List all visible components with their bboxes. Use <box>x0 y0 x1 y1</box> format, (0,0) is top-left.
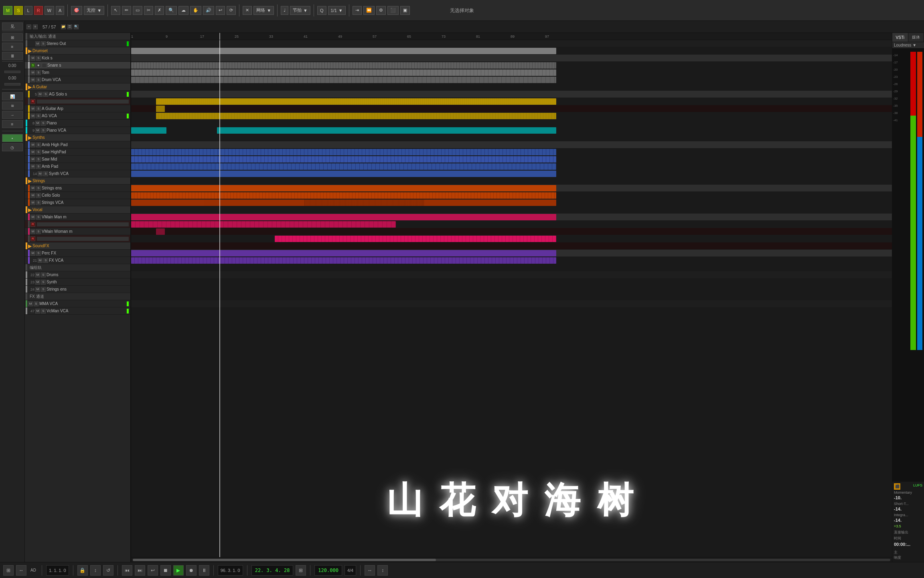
track-m-synth-group[interactable]: M <box>35 280 40 285</box>
settings-btn[interactable]: ⚙ <box>376 6 386 15</box>
track-row-strings-ens-group[interactable]: 24 M S Strings ens <box>25 286 130 293</box>
tool-cut[interactable]: ✂ <box>144 6 153 15</box>
transport-record[interactable]: ⏺ <box>186 565 197 576</box>
misc-btn2[interactable]: ▣ <box>400 6 410 15</box>
track-row-piano-vca[interactable]: 9 M S Piano VCA <box>25 127 130 134</box>
track-s-kick[interactable]: S <box>36 56 41 61</box>
track-s-vcman-vca[interactable]: S <box>41 309 46 313</box>
transport-punch-in[interactable]: 🔒 <box>77 565 88 576</box>
track-m-saw-high[interactable]: M <box>30 150 35 155</box>
left-btn-midi[interactable]: 📊 <box>2 92 23 100</box>
track-row-amb-pad[interactable]: M S Amb Pad <box>25 163 130 170</box>
track-m-piano[interactable]: M <box>35 121 40 126</box>
track-s-vwoman[interactable]: S <box>36 229 41 234</box>
transport-misc-2[interactable]: ↔ <box>16 565 26 576</box>
track-options-btn[interactable]: ≡ <box>33 24 38 29</box>
track-m-vman[interactable]: M <box>30 215 35 220</box>
track-search-btn[interactable]: 🔍 <box>74 24 79 29</box>
track-s-snare[interactable]: ■ <box>36 63 41 68</box>
btn-a[interactable]: A <box>56 6 64 15</box>
track-s-stereo[interactable]: S <box>41 41 46 46</box>
track-m-amb-high[interactable]: M <box>30 142 35 147</box>
track-s-strings-ens[interactable]: S <box>36 186 41 191</box>
track-s-strings-vca[interactable]: S <box>36 200 41 205</box>
track-s-piano-vca[interactable]: S <box>41 128 46 133</box>
pan-slider[interactable] <box>4 83 20 85</box>
metronome-dropdown[interactable]: 节拍▼ <box>290 6 310 15</box>
track-row-piano[interactable]: 8 M S Piano <box>25 120 130 127</box>
transport-pause[interactable]: ⏸ <box>199 565 209 576</box>
transport-right-2[interactable]: ↕ <box>377 565 388 576</box>
left-btn-4[interactable]: ≣ <box>2 52 23 60</box>
track-m-piano-vca[interactable]: M <box>35 128 40 133</box>
track-s-amb-pad[interactable]: S <box>36 164 41 169</box>
track-row-mma-vca[interactable]: M S MMA VCA <box>25 300 130 307</box>
track-row-rec1[interactable]: R <box>25 98 130 105</box>
track-m-stereo[interactable]: M <box>35 41 40 46</box>
track-m-strings-ens-group[interactable]: M <box>35 287 40 292</box>
tool-erase[interactable]: ✗ <box>155 6 164 15</box>
left-btn-misc[interactable]: ◷ <box>2 143 23 151</box>
left-btn-green[interactable]: ▪ <box>2 134 23 142</box>
track-m-drums-group[interactable]: M <box>35 273 40 277</box>
track-s-amb-high[interactable]: S <box>36 142 41 147</box>
left-btn-send[interactable]: → <box>2 111 23 119</box>
tool-speaker[interactable]: 🔊 <box>203 6 214 15</box>
track-row-ag-solo[interactable]: 5 M S AG Solo s <box>25 91 130 98</box>
scrollbar-track[interactable] <box>133 559 890 561</box>
transport-ff[interactable]: ⏭ <box>135 565 145 576</box>
track-row-kick[interactable]: M S Kick s <box>25 55 130 62</box>
add-track-btn[interactable]: + <box>26 24 31 29</box>
track-s-tom[interactable]: S <box>36 70 41 75</box>
transport-punch-out[interactable]: ↕ <box>90 565 101 576</box>
track-s-synth-group[interactable]: S <box>41 280 46 285</box>
transport-right-1[interactable]: ↔ <box>365 565 375 576</box>
transport-misc-1[interactable]: ⊞ <box>3 565 14 576</box>
tool-hand[interactable]: ✋ <box>190 6 201 15</box>
metro-icon[interactable]: ♩ <box>281 6 288 15</box>
track-m-saw-mid[interactable]: M <box>30 157 35 162</box>
track-row-ag-vca[interactable]: M S AG VCA <box>25 112 130 120</box>
tool-undo[interactable]: ↩ <box>216 6 225 15</box>
track-rec1-r[interactable]: R <box>30 99 35 104</box>
track-row-ag-arp[interactable]: M S A Guitar Arp <box>25 105 130 112</box>
scrollbar-thumb[interactable] <box>133 559 436 561</box>
network-dropdown[interactable]: 网络▼ <box>253 6 274 15</box>
track-row-synth-group[interactable]: 23 M S Synth <box>25 279 130 286</box>
track-s-drum-vca[interactable]: S <box>36 77 41 82</box>
btn-w[interactable]: W <box>45 6 54 15</box>
track-row-vman[interactable]: M S VMain Man m <box>25 214 130 221</box>
misc-btn[interactable]: ⬛ <box>387 6 399 15</box>
left-btn-chan[interactable]: ≡ <box>2 120 23 128</box>
track-row-rec2[interactable]: R <box>25 221 130 228</box>
track-s-vman[interactable]: S <box>36 215 41 220</box>
track-m-amb-pad[interactable]: M <box>30 164 35 169</box>
track-s-saw-mid[interactable]: S <box>36 157 41 162</box>
track-m-perc-fx[interactable]: M <box>30 251 35 256</box>
btn-l[interactable]: L <box>24 6 32 15</box>
export-btn[interactable]: ⇥ <box>353 6 362 15</box>
track-row-amb-high[interactable]: M S Amb High Pad <box>25 141 130 149</box>
tool-mute[interactable]: ☁ <box>178 6 188 15</box>
track-s-ag-solo[interactable]: S <box>43 92 48 97</box>
track-s-mma-vca[interactable]: S <box>34 301 38 306</box>
track-row-strings-folder[interactable]: ▶ Strings <box>25 177 130 185</box>
track-m-ag-arp[interactable]: M <box>30 106 35 111</box>
transport-play[interactable]: ▶ <box>173 565 184 576</box>
track-row-snare[interactable]: S ■ Snare s <box>25 62 130 69</box>
track-row-stereo-out[interactable]: M S Stereo Out <box>25 40 130 47</box>
track-m-strings-vca[interactable]: M <box>30 200 35 205</box>
transport-stop[interactable]: ⏹ <box>160 565 171 576</box>
track-m-tom[interactable]: M <box>30 70 35 75</box>
track-m-snare[interactable]: S <box>30 63 35 68</box>
track-m-ag-solo[interactable]: M <box>38 92 43 97</box>
btn-r[interactable]: R <box>34 6 43 15</box>
transport-cycle[interactable]: ↩ <box>148 565 158 576</box>
track-row-perc-fx[interactable]: M S Perc FX <box>25 250 130 257</box>
left-btn-fx[interactable]: ≋ <box>2 102 23 110</box>
track-row-rec3[interactable]: R <box>25 235 130 242</box>
track-row-drums-group[interactable]: 22 M S Drums <box>25 271 130 279</box>
tab-media[interactable]: 媒体 <box>908 33 924 42</box>
timeline-scrollbar[interactable] <box>131 557 892 562</box>
zoom-search[interactable]: Q <box>317 6 326 15</box>
